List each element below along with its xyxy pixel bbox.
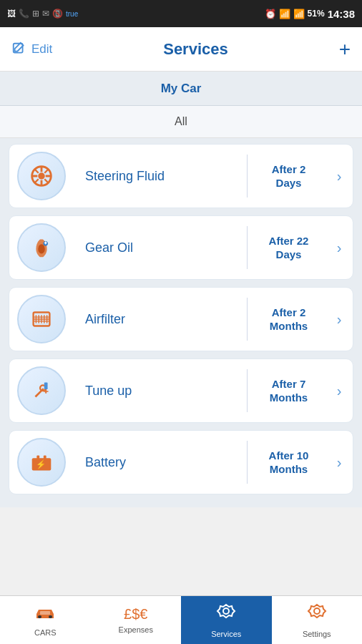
svg-rect-28 [44,456,47,459]
nav-item-settings[interactable]: Settings [272,596,363,644]
service-item-tune-up[interactable]: Tune up After 7Months › [9,358,353,423]
service-name-airfilter: Airfilter [74,312,247,327]
steering-fluid-icon [17,152,66,200]
service-timing-steering-fluid: After 2Days [248,162,330,190]
service-name-tune-up: Tune up [74,384,247,399]
time-label: 14:38 [328,8,355,20]
edit-button[interactable]: Edit [11,42,52,57]
true-icon: true [66,10,78,18]
service-item-steering-fluid[interactable]: Steering Fluid After 2Days › [9,144,353,208]
service-timing-gear-oil: After 22Days [248,234,330,262]
edit-label: Edit [31,42,52,57]
nav-item-cars[interactable]: CARS [0,596,91,644]
alarm-icon: ⏰ [265,9,276,19]
service-timing-tune-up: After 7Months [248,377,330,405]
service-icon-wrap: ⚡ [9,430,74,494]
svg-point-33 [223,608,229,614]
nav-label-cars: CARS [34,628,57,637]
service-name-steering-fluid: Steering Fluid [74,169,247,184]
nav-item-expenses[interactable]: £$€ Expenses [91,596,182,644]
bottom-nav: CARS £$€ Expenses Services Settings [0,595,362,644]
chevron-icon-airfilter: › [330,311,353,328]
voip-icon: 📞 [19,9,29,19]
svg-line-8 [44,179,48,182]
filter-bar: All [0,106,362,138]
gear-oil-icon [17,223,66,272]
svg-line-7 [35,170,39,173]
sub-header: My Car [0,72,362,106]
signal-icon: 📶 [293,9,305,19]
service-icon-wrap [9,287,74,351]
svg-rect-23 [44,383,48,390]
service-item-airfilter[interactable]: Airfilter After 2Months › [9,287,353,351]
filter-label: All [175,115,187,128]
wifi-icon: 📶 [279,9,290,19]
chevron-icon-battery: › [330,454,353,471]
svg-rect-30 [38,615,41,618]
chevron-icon-steering-fluid: › [330,168,353,185]
svg-rect-27 [36,456,39,459]
chevron-icon-gear-oil: › [330,240,353,256]
car-icon [34,604,56,625]
service-icon-wrap [9,215,74,280]
battery-icon: ⚡ [17,438,66,487]
status-icons-left: 🖼 📞 ⊞ ✉ 📵 true [7,9,78,19]
svg-line-10 [35,179,39,182]
svg-point-2 [38,172,45,180]
service-timing-battery: After 10Months [248,449,330,477]
msg-icon: ✉ [42,9,49,19]
svg-rect-32 [40,611,50,615]
services-icon [216,602,236,627]
svg-line-9 [44,170,48,173]
status-icons-right: ⏰ 📶 📶 51% 14:38 [265,8,355,20]
service-icon-wrap [9,144,74,208]
service-timing-airfilter: After 2Months [248,306,330,333]
svg-rect-31 [49,615,52,618]
service-item-battery[interactable]: ⚡ Battery After 10Months › [9,430,353,494]
call-icon: 📵 [52,9,63,19]
nav-label-services: Services [211,630,241,638]
expenses-icon: £$€ [124,606,147,623]
grid-icon: ⊞ [32,9,39,19]
nav-item-services[interactable]: Services [181,596,272,644]
service-name-battery: Battery [74,455,247,470]
battery-label: 51% [308,9,325,19]
svg-point-11 [38,244,45,253]
service-name-gear-oil: Gear Oil [74,240,247,255]
tune-up-icon [17,366,66,415]
nav-label-settings: Settings [303,630,331,638]
chevron-icon-tune-up: › [330,383,353,399]
nav-label-expenses: Expenses [119,625,153,634]
svg-point-34 [314,608,320,614]
settings-icon [307,602,327,627]
header: Edit Services + [0,27,362,72]
edit-icon [11,42,27,57]
service-item-gear-oil[interactable]: Gear Oil After 22Days › [9,215,353,280]
gallery-icon: 🖼 [7,9,16,19]
service-icon-wrap [9,358,74,423]
service-list: Steering Fluid After 2Days › Gear Oil Af… [0,138,362,507]
add-button[interactable]: + [339,38,351,61]
my-car-title: My Car [161,82,202,96]
page-title: Services [163,40,228,59]
airfilter-icon [17,295,66,343]
svg-text:⚡: ⚡ [36,459,47,469]
status-bar: 🖼 📞 ⊞ ✉ 📵 true ⏰ 📶 📶 51% 14:38 [0,0,362,27]
